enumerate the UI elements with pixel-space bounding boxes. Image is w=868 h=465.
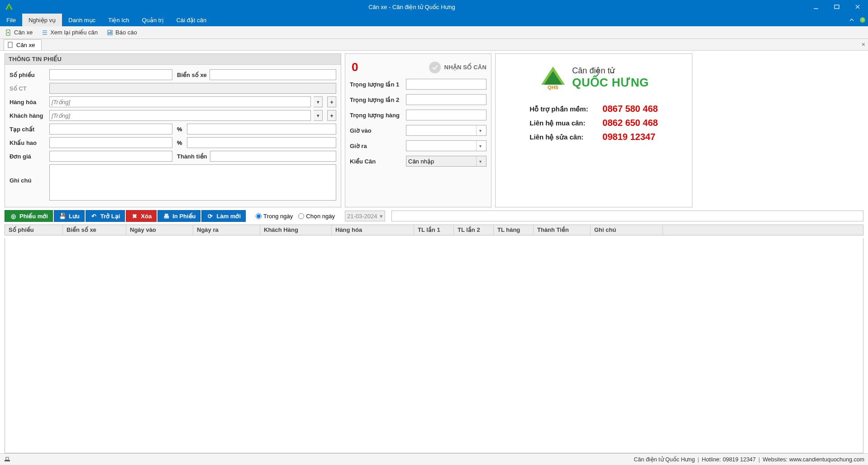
khau-hao-input[interactable]	[49, 137, 172, 148]
kieu-can-combo[interactable]: Cân nhập▾	[406, 156, 486, 167]
panel-company-info: QHS Cân điện tử QUỐC HƯNG Hỗ trợ phần mề…	[495, 53, 692, 207]
tap-chat-input[interactable]	[49, 124, 172, 134]
chevron-down-icon: ▾	[476, 141, 484, 151]
gio-ra-label: Giờ ra	[350, 143, 402, 149]
khach-hang-combo[interactable]: [Trống]	[49, 110, 311, 121]
so-ct-label: Số CT	[10, 85, 47, 92]
hang-hoa-dropdown-icon[interactable]: ▾	[314, 96, 323, 107]
svg-rect-22	[6, 457, 9, 460]
brand-subtitle: Cân điện tử	[572, 66, 649, 76]
ribbon-toolbar: Cân xe Xem lại phiếu cân Báo cáo	[0, 26, 868, 39]
ribbon-can-xe[interactable]: Cân xe	[4, 28, 34, 37]
grid-col-6[interactable]: TL lần 1	[414, 225, 454, 235]
app-icon	[3, 0, 15, 13]
buy-contact-label: Liên hệ mua cân:	[529, 119, 595, 127]
gio-ra-combo[interactable]: ▾	[406, 140, 486, 151]
gio-vao-label: Giờ vào	[350, 127, 402, 134]
get-weight-button[interactable]: NHẬN SỐ CÂN	[444, 64, 486, 71]
grid-col-9[interactable]: Thành Tiền	[534, 225, 591, 235]
grid-col-2[interactable]: Ngày vào	[126, 225, 193, 235]
don-gia-input[interactable]	[49, 151, 172, 162]
grid-col-5[interactable]: Hàng hóa	[332, 225, 414, 235]
hang-hoa-placeholder: [Trống]	[52, 99, 70, 105]
print-button[interactable]: 🖶In Phiếu	[157, 210, 200, 222]
grid-col-8[interactable]: TL hàng	[494, 225, 534, 235]
plus-circle-icon: ◎	[10, 212, 17, 220]
grid-body[interactable]	[5, 238, 863, 453]
radio-today[interactable]: Trong ngày	[256, 213, 293, 220]
menubar: File Nghiệp vụ Danh mục Tiện ích Quản tr…	[0, 14, 868, 26]
so-ct-input	[49, 83, 336, 94]
svg-rect-17	[8, 42, 12, 48]
grid-col-0[interactable]: Số phiếu	[5, 225, 63, 235]
tl2-input[interactable]	[406, 94, 486, 105]
ghi-chu-textarea[interactable]	[49, 164, 336, 201]
back-button[interactable]: ↶Trở Lại	[86, 210, 125, 222]
brand-name: QUỐC HƯNG	[572, 76, 649, 90]
search-input[interactable]	[391, 211, 863, 221]
thanh-tien-input[interactable]	[210, 151, 337, 162]
grid-header: Số phiếuBiển số xeNgày vàoNgày raKhách H…	[5, 225, 863, 235]
radio-pick-day[interactable]: Chọn ngày	[298, 213, 335, 220]
status-company: Cân điện tử Quốc Hưng	[634, 456, 695, 463]
menu-cai-dat-can[interactable]: Cài đặt cân	[170, 14, 213, 26]
save-button[interactable]: 💾Lưu	[54, 210, 85, 222]
status-hotline-label: Hotline:	[702, 456, 721, 463]
khau-hao-pct-label: %	[177, 139, 182, 146]
tabs-close-icon[interactable]: ×	[862, 41, 865, 48]
maximize-button[interactable]	[826, 0, 847, 14]
doc-icon	[8, 42, 14, 48]
list-icon	[42, 29, 48, 36]
grid-col-3[interactable]: Ngày ra	[193, 225, 260, 235]
chevron-down-icon: ▾	[380, 213, 383, 220]
gio-vao-combo[interactable]: ▾	[406, 125, 486, 136]
grid-col-10[interactable]: Ghi chú	[591, 225, 663, 235]
help-icon[interactable]: ?	[857, 14, 868, 26]
hang-hoa-add-button[interactable]: +	[327, 96, 336, 107]
ribbon-collapse-icon[interactable]	[846, 14, 857, 26]
scale-icon	[4, 455, 12, 464]
tap-chat-label: Tạp chất	[10, 126, 47, 133]
actions-row: ◎Phiếu mới 💾Lưu ↶Trở Lại ✖Xóa 🖶In Phiếu …	[5, 210, 863, 222]
close-button[interactable]	[847, 0, 868, 14]
menu-nghiep-vu[interactable]: Nghiệp vụ	[22, 14, 62, 26]
svg-rect-14	[108, 30, 112, 35]
hang-hoa-combo[interactable]: [Trống]	[49, 96, 311, 107]
window-title: Cân xe - Cân điện tử Quốc Hưng	[18, 4, 806, 10]
repair-contact-label: Liên hệ sửa cân:	[529, 133, 595, 141]
grid-col-4[interactable]: Khách Hàng	[260, 225, 332, 235]
bien-so-input[interactable]	[210, 69, 336, 80]
khau-hao-pct-value[interactable]	[187, 137, 336, 148]
ribbon-xem-lai[interactable]: Xem lại phiếu cân	[40, 28, 100, 37]
date-picker[interactable]: 21-03-2024▾	[345, 211, 386, 221]
ghi-chu-label: Ghi chú	[10, 164, 47, 184]
printer-icon: 🖶	[162, 212, 170, 220]
menu-quan-tri[interactable]: Quản trị	[136, 14, 170, 26]
tl2-label: Trọng lượng lần 2	[350, 96, 402, 103]
minimize-button[interactable]	[806, 0, 826, 14]
tab-can-xe[interactable]: Cân xe	[4, 39, 42, 50]
menu-tien-ich[interactable]: Tiện ích	[102, 14, 136, 26]
tap-chat-pct-value[interactable]	[187, 124, 336, 134]
delete-button[interactable]: ✖Xóa	[126, 210, 157, 222]
thanh-tien-label: Thành tiền	[177, 153, 207, 160]
menu-file[interactable]: File	[0, 14, 22, 26]
don-gia-label: Đơn giá	[10, 153, 47, 160]
menu-danh-muc[interactable]: Danh mục	[62, 14, 102, 26]
khach-hang-dropdown-icon[interactable]: ▾	[314, 110, 323, 121]
svg-rect-15	[109, 32, 110, 34]
ribbon-bao-cao-label: Báo cáo	[115, 29, 137, 36]
ribbon-can-xe-label: Cân xe	[14, 29, 33, 36]
khach-hang-add-button[interactable]: +	[327, 110, 336, 121]
so-phieu-input[interactable]	[49, 69, 172, 80]
tlh-input[interactable]	[406, 110, 486, 120]
ribbon-bao-cao[interactable]: Báo cáo	[105, 28, 139, 37]
refresh-icon: ⟳	[206, 212, 214, 220]
grid-col-1[interactable]: Biển số xe	[63, 225, 126, 235]
weight-display-value: 0	[350, 60, 425, 74]
refresh-button[interactable]: ⟳Làm mới	[201, 210, 246, 222]
tl1-input[interactable]	[406, 79, 486, 90]
tl1-label: Trọng lượng lần 1	[350, 81, 402, 88]
grid-col-7[interactable]: TL lần 2	[454, 225, 494, 235]
new-ticket-button[interactable]: ◎Phiếu mới	[5, 210, 53, 222]
